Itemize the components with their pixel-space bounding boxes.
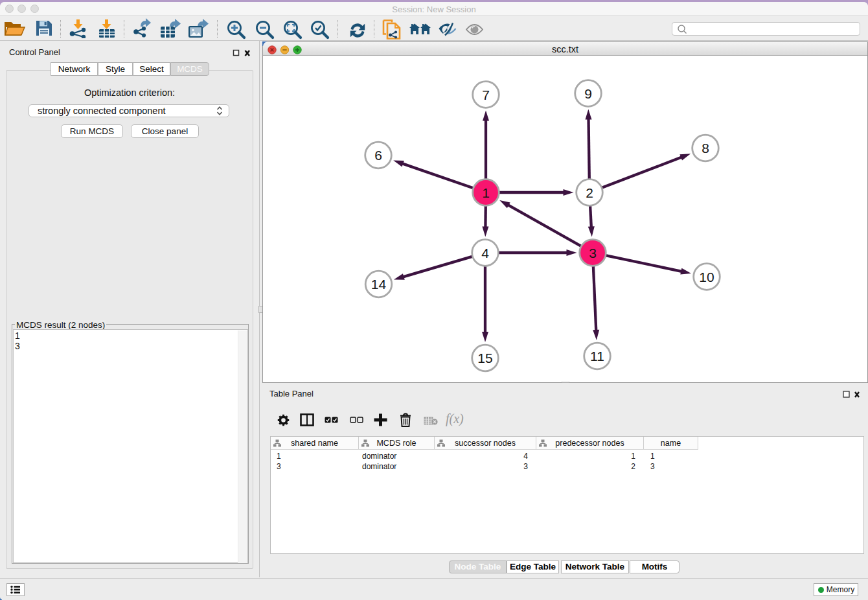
svg-text:3: 3 bbox=[589, 246, 597, 260]
svg-text:15: 15 bbox=[477, 351, 492, 365]
svg-text:8: 8 bbox=[702, 141, 709, 156]
svg-text:7: 7 bbox=[482, 87, 490, 102]
svg-text:2: 2 bbox=[586, 185, 593, 200]
svg-text:14: 14 bbox=[371, 277, 387, 292]
svg-text:11: 11 bbox=[590, 349, 604, 363]
svg-text:4: 4 bbox=[481, 246, 489, 260]
svg-text:6: 6 bbox=[374, 148, 382, 163]
svg-text:1: 1 bbox=[482, 185, 490, 200]
svg-text:9: 9 bbox=[584, 86, 592, 101]
svg-text:10: 10 bbox=[699, 270, 714, 284]
